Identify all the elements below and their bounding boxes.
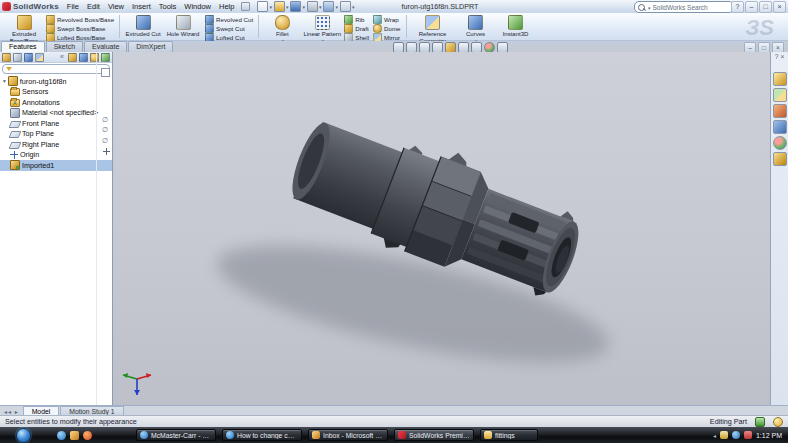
linear-pattern-button[interactable]: Linear Pattern: [302, 14, 342, 39]
save-button[interactable]: [290, 1, 305, 12]
taskbar-button-mcmaster[interactable]: McMaster-Carr - Te...: [136, 429, 216, 441]
close-button[interactable]: ×: [773, 1, 786, 13]
collapse-panel-icon[interactable]: [60, 53, 64, 61]
new-document-button[interactable]: [257, 1, 272, 12]
fillet-icon: [275, 15, 290, 30]
custom-properties-icon[interactable]: [773, 152, 787, 166]
part-icon: [8, 76, 18, 86]
taskbar-button-how-to[interactable]: How to change colo...: [222, 429, 302, 441]
status-right: Editing Part: [710, 417, 783, 427]
dome-button[interactable]: Dome: [373, 24, 401, 33]
menu-tools[interactable]: Tools: [155, 0, 181, 13]
restore-button[interactable]: □: [759, 1, 772, 13]
hide-plane-icon[interactable]: [102, 116, 108, 124]
hide-plane-icon[interactable]: [102, 137, 108, 145]
extruded-cut-button[interactable]: Extruded Cut: [123, 14, 163, 39]
curves-button[interactable]: Curves: [456, 14, 496, 39]
feature-manager-panel: furon-utg16f8n Sensors Annotations Mater…: [0, 52, 113, 405]
print-button[interactable]: [307, 1, 322, 12]
search-input[interactable]: SolidWorks Search: [634, 1, 734, 13]
swept-cut-button[interactable]: Swept Cut: [205, 24, 253, 33]
revolved-boss-base-button[interactable]: Revolved Boss/Base: [46, 15, 114, 24]
hide-plane-icon[interactable]: [102, 126, 108, 134]
menu-insert[interactable]: Insert: [128, 0, 155, 13]
windows-taskbar: McMaster-Carr - Te... How to change colo…: [0, 427, 788, 443]
hide-origin-icon[interactable]: [103, 148, 110, 155]
instant3d-button[interactable]: Instant3D: [496, 14, 536, 39]
wrap-button[interactable]: Wrap: [373, 15, 401, 24]
internet-explorer-icon[interactable]: [57, 431, 66, 440]
tab-scroll-arrows-icon[interactable]: [0, 408, 23, 415]
swept-cut-icon: [205, 24, 214, 33]
menu-file[interactable]: File: [63, 0, 83, 13]
configurationmanager-tab-icon[interactable]: [24, 53, 33, 62]
pin-menu-icon[interactable]: [241, 2, 250, 11]
dome-icon: [373, 24, 382, 33]
draft-button[interactable]: Draft: [344, 24, 369, 33]
model-3d-fitting[interactable]: [168, 82, 728, 405]
triad-blue-axis: [134, 390, 140, 395]
solidworks-resources-icon[interactable]: [773, 72, 787, 86]
help-button[interactable]: ?: [731, 1, 744, 13]
editing-mode-label: Editing Part: [710, 417, 747, 426]
search-scope-dropdown-icon[interactable]: [647, 3, 651, 12]
fillet-button[interactable]: Fillet: [262, 14, 302, 39]
taskbar-button-inbox[interactable]: Inbox - Microsoft O...: [308, 429, 388, 441]
open-button[interactable]: [274, 1, 289, 12]
display-pane-option-icon-2[interactable]: [79, 53, 88, 62]
file-explorer-icon[interactable]: [773, 104, 787, 118]
search-tab-icon[interactable]: [773, 120, 787, 134]
network-icon[interactable]: [732, 431, 740, 439]
revolved-cut-button[interactable]: Revolved Cut: [205, 15, 253, 24]
solidworks-logo-icon: [2, 2, 11, 11]
menu-help[interactable]: Help: [215, 0, 238, 13]
swept-boss-icon: [46, 24, 55, 33]
graphics-viewport[interactable]: [113, 52, 770, 405]
menu-edit[interactable]: Edit: [83, 0, 104, 13]
display-pane-option-icon-1[interactable]: [68, 53, 77, 62]
imported-feature-icon: [10, 160, 20, 170]
firefox-icon[interactable]: [83, 431, 92, 440]
tree-filter-input[interactable]: [2, 64, 110, 74]
design-library-icon[interactable]: [773, 88, 787, 102]
tray-overflow-icon[interactable]: [713, 432, 716, 439]
menu-window[interactable]: Window: [180, 0, 215, 13]
select-button[interactable]: [340, 1, 355, 12]
quick-tips-icon[interactable]: [755, 417, 765, 427]
reference-geometry-button[interactable]: Reference Geometry: [410, 14, 456, 39]
dassault-watermark-icon: [745, 15, 774, 41]
volume-icon[interactable]: [744, 431, 752, 439]
tab-sketch[interactable]: Sketch: [46, 41, 83, 52]
tab-features[interactable]: Features: [1, 41, 45, 52]
propertymanager-tab-icon[interactable]: [13, 53, 22, 62]
task-pane-close-icon[interactable]: ×: [780, 53, 784, 60]
minimize-button[interactable]: –: [745, 1, 758, 13]
window-controls: ? – □ ×: [731, 1, 786, 13]
save-icon: [290, 1, 301, 12]
dimxpertmanager-tab-icon[interactable]: [35, 53, 44, 62]
featuremanager-tab-icon[interactable]: [2, 53, 11, 62]
extruded-boss-base-button[interactable]: Extruded Boss/Base: [4, 14, 44, 39]
tab-evaluate[interactable]: Evaluate: [84, 41, 127, 52]
chevron-down-icon[interactable]: [3, 78, 6, 84]
undo-button[interactable]: [323, 1, 338, 12]
task-pane-help-icon[interactable]: ?: [775, 53, 779, 60]
taskbar-button-fittings[interactable]: fittings: [480, 429, 538, 441]
appearances-icon[interactable]: [773, 136, 787, 150]
start-button[interactable]: [16, 428, 31, 443]
display-pane-checkbox[interactable]: [101, 68, 110, 77]
tray-app-icon[interactable]: [720, 431, 728, 439]
messenger-icon[interactable]: [70, 431, 79, 440]
toolbar-separator: [406, 15, 407, 38]
menu-view[interactable]: View: [104, 0, 128, 13]
toolbar-separator: [258, 15, 259, 38]
taskbar-button-solidworks[interactable]: SolidWorks Premiu...: [394, 429, 474, 441]
hole-wizard-button[interactable]: Hole Wizard: [163, 14, 203, 39]
tab-dimxpert[interactable]: DimXpert: [128, 41, 173, 52]
rib-button[interactable]: Rib: [344, 15, 369, 24]
wrap-icon: [373, 15, 382, 24]
cut-stack: Revolved Cut Swept Cut Lofted Cut: [203, 14, 255, 39]
taskbar-clock[interactable]: 1:12 PM: [756, 432, 782, 439]
hole-wizard-icon: [176, 15, 191, 30]
swept-boss-base-button[interactable]: Swept Boss/Base: [46, 24, 114, 33]
